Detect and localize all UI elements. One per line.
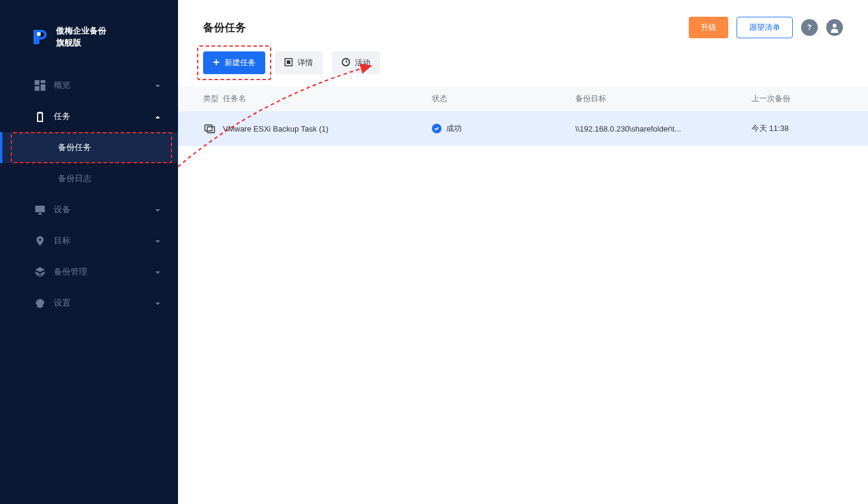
cell-target: \\192.168.0.230\sharefolder\t... bbox=[575, 124, 752, 133]
details-button[interactable]: 详情 bbox=[275, 51, 323, 74]
activity-label: 活动 bbox=[355, 57, 370, 68]
svg-rect-7 bbox=[38, 214, 42, 215]
chevron-down-icon bbox=[154, 237, 161, 245]
sidebar-item-overview[interactable]: 概览 bbox=[0, 70, 178, 101]
main-header: 备份任务 升级 愿望清单 ? bbox=[178, 0, 868, 38]
main-content: 备份任务 升级 愿望清单 ? 新建任务 详情 bbox=[178, 0, 868, 504]
new-task-button[interactable]: 新建任务 bbox=[203, 51, 265, 74]
svg-rect-2 bbox=[41, 80, 45, 83]
sidebar-header: 傲梅企业备份 旗舰版 bbox=[0, 0, 178, 63]
chevron-up-icon bbox=[154, 113, 161, 120]
svg-rect-15 bbox=[207, 127, 214, 133]
sidebar-item-label: 任务 bbox=[54, 111, 70, 122]
sidebar: 傲梅企业备份 旗舰版 概览 任务 备份任务 bbox=[0, 0, 178, 504]
app-title: 傲梅企业备份 旗舰版 bbox=[56, 25, 106, 48]
sidebar-item-label: 设备 bbox=[54, 204, 70, 215]
sidebar-item-tasks[interactable]: 任务 bbox=[0, 101, 178, 132]
sidebar-item-label: 概览 bbox=[54, 80, 70, 91]
location-pin-icon bbox=[35, 236, 45, 246]
app-title-line1: 傲梅企业备份 bbox=[56, 25, 106, 37]
col-header-last: 上一次备份 bbox=[752, 93, 868, 104]
details-icon bbox=[284, 58, 293, 68]
sidebar-item-backup-logs[interactable]: 备份日志 bbox=[0, 163, 178, 194]
clipboard-icon bbox=[35, 111, 45, 122]
table-header-row: 类型 任务名 状态 备份目标 上一次备份 bbox=[178, 86, 868, 111]
col-header-name: 任务名 bbox=[223, 93, 432, 104]
col-header-status: 状态 bbox=[432, 93, 575, 104]
upgrade-button[interactable]: 升级 bbox=[689, 17, 728, 38]
layers-icon bbox=[35, 267, 45, 277]
user-avatar-button[interactable] bbox=[826, 19, 843, 36]
sidebar-item-label: 备份日志 bbox=[58, 173, 91, 183]
tasks-table: 类型 任务名 状态 备份目标 上一次备份 VMware ESXi Backup … bbox=[178, 86, 868, 146]
svg-rect-12 bbox=[287, 60, 290, 64]
svg-rect-5 bbox=[35, 206, 45, 212]
table-row[interactable]: VMware ESXi Backup Task (1) 成功 \\192.168… bbox=[178, 111, 868, 146]
cell-name: VMware ESXi Backup Task (1) bbox=[223, 124, 432, 133]
app-title-line2: 旗舰版 bbox=[56, 37, 106, 49]
cell-type bbox=[178, 122, 223, 135]
chevron-down-icon bbox=[154, 206, 161, 213]
cell-status: 成功 bbox=[432, 123, 575, 134]
gear-icon bbox=[35, 298, 45, 308]
sidebar-item-devices[interactable]: 设备 bbox=[0, 194, 178, 225]
sidebar-item-settings[interactable]: 设置 bbox=[0, 288, 178, 319]
sidebar-item-label: 备份任务 bbox=[58, 142, 91, 152]
sidebar-item-backup-tasks[interactable]: 备份任务 bbox=[0, 132, 178, 163]
toolbar: 新建任务 详情 活动 bbox=[178, 38, 868, 86]
sidebar-item-backup-mgmt[interactable]: 备份管理 bbox=[0, 256, 178, 288]
header-actions: 升级 愿望清单 ? bbox=[689, 17, 843, 38]
wishlist-button[interactable]: 愿望清单 bbox=[737, 17, 793, 38]
svg-text:?: ? bbox=[807, 23, 811, 32]
sidebar-menu: 概览 任务 备份任务 备份日志 设 bbox=[0, 63, 178, 504]
svg-point-10 bbox=[833, 24, 836, 28]
sidebar-item-target[interactable]: 目标 bbox=[0, 225, 178, 256]
vm-type-icon bbox=[203, 122, 216, 135]
plus-icon bbox=[213, 59, 220, 68]
svg-rect-14 bbox=[205, 125, 212, 131]
success-check-icon bbox=[432, 124, 441, 133]
activity-icon bbox=[342, 58, 350, 68]
activity-button[interactable]: 活动 bbox=[332, 51, 380, 74]
app-logo-icon bbox=[30, 28, 49, 47]
new-task-label: 新建任务 bbox=[225, 57, 256, 68]
col-header-type: 类型 bbox=[178, 93, 223, 104]
chevron-down-icon bbox=[154, 268, 161, 276]
svg-rect-0 bbox=[37, 32, 41, 36]
status-text: 成功 bbox=[446, 123, 462, 134]
chevron-down-icon bbox=[154, 300, 161, 307]
details-label: 详情 bbox=[297, 57, 313, 68]
col-header-target: 备份目标 bbox=[575, 93, 752, 104]
sidebar-item-label: 备份管理 bbox=[54, 267, 87, 277]
chevron-down-icon bbox=[154, 82, 161, 89]
svg-rect-3 bbox=[41, 84, 45, 91]
new-task-highlight-wrap: 新建任务 bbox=[203, 51, 265, 74]
page-title: 备份任务 bbox=[203, 20, 246, 35]
monitor-icon bbox=[35, 204, 45, 215]
sidebar-item-label: 设置 bbox=[54, 298, 70, 308]
sidebar-item-label: 目标 bbox=[54, 236, 70, 246]
annotation-highlight-box bbox=[11, 132, 172, 163]
help-button[interactable]: ? bbox=[801, 19, 818, 36]
dashboard-icon bbox=[35, 80, 45, 91]
svg-rect-1 bbox=[35, 80, 39, 85]
cell-last: 今天 11:38 bbox=[752, 123, 868, 134]
svg-rect-6 bbox=[39, 213, 41, 214]
svg-rect-4 bbox=[35, 86, 39, 91]
